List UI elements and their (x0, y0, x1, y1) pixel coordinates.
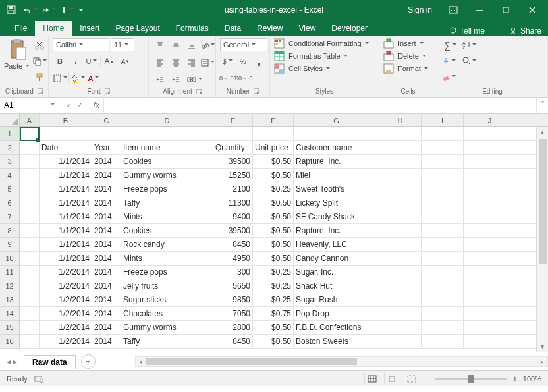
cell[interactable]: 1/2/2014 (40, 307, 92, 320)
cell[interactable] (20, 293, 40, 306)
sheet-nav-next-icon[interactable]: ▸ (13, 357, 17, 366)
cell[interactable]: 39500 (213, 155, 253, 168)
wrap-text-icon[interactable] (200, 55, 215, 70)
cell[interactable] (422, 293, 464, 306)
percent-format-icon[interactable]: % (236, 54, 250, 69)
cell[interactable]: 1/2/2014 (40, 335, 92, 348)
cell[interactable]: 8450 (213, 335, 253, 348)
redo-icon[interactable] (40, 1, 57, 18)
dialog-launcher-icon[interactable] (38, 88, 43, 94)
cell[interactable]: F.B.D. Confections (294, 321, 379, 334)
cell[interactable]: 300 (213, 266, 253, 279)
macro-record-icon[interactable] (34, 375, 43, 383)
expand-formula-bar-icon[interactable]: ˅ (536, 98, 548, 113)
fx-icon[interactable]: fx (90, 98, 103, 113)
format-as-table-button[interactable]: Format as Table (274, 51, 348, 61)
clear-icon[interactable] (441, 70, 456, 84)
number-format-select[interactable]: General (220, 38, 267, 51)
cell[interactable]: Gummy worms (121, 169, 213, 182)
cell[interactable] (20, 127, 40, 140)
cell[interactable]: 1/2/2014 (40, 293, 92, 306)
cell[interactable] (464, 252, 516, 265)
cell[interactable]: Freeze pops (121, 182, 213, 196)
cell[interactable]: $0.50 (253, 224, 294, 237)
cell[interactable]: 2800 (213, 321, 253, 334)
cell[interactable] (20, 196, 40, 210)
cell[interactable] (213, 127, 253, 140)
view-page-break-icon[interactable] (404, 373, 418, 385)
cell[interactable]: Cookies (121, 224, 213, 237)
cell[interactable]: $0.50 (253, 155, 294, 168)
conditional-formatting-button[interactable]: Conditional Formatting (274, 38, 369, 49)
row-header[interactable]: 14 (0, 307, 19, 321)
zoom-level[interactable]: 100% (523, 375, 541, 383)
font-name-select[interactable]: Calibri (53, 38, 109, 51)
maximize-icon[interactable] (493, 0, 519, 20)
cell[interactable]: $0.50 (253, 210, 294, 223)
tab-insert[interactable]: Insert (72, 21, 107, 36)
row-header[interactable]: 4 (0, 169, 19, 182)
cell[interactable]: 2014 (92, 169, 121, 182)
row-header[interactable]: 13 (0, 293, 19, 307)
column-header-E[interactable]: E (213, 114, 253, 126)
cell-styles-button[interactable]: Cell Styles (274, 63, 330, 74)
cell[interactable] (464, 266, 516, 279)
cell[interactable]: 2014 (92, 224, 121, 237)
row-header[interactable]: 8 (0, 224, 19, 238)
tell-me[interactable]: Tell me (449, 26, 485, 36)
cell[interactable]: 1/1/2014 (40, 252, 92, 265)
decrease-indent-icon[interactable] (153, 72, 167, 87)
ribbon-display-icon[interactable] (440, 0, 466, 20)
column-header-F[interactable]: F (253, 114, 294, 126)
tab-file[interactable]: File (7, 21, 35, 36)
align-bottom-icon[interactable] (184, 38, 199, 53)
cell[interactable]: Mints (121, 252, 213, 265)
cell[interactable]: Quantity (213, 141, 253, 154)
cell[interactable]: Sugar sticks (121, 293, 213, 306)
scroll-thumb[interactable] (146, 358, 357, 365)
cell[interactable]: 2014 (92, 279, 121, 293)
cell[interactable]: Sugar Rush (294, 293, 379, 306)
cell[interactable] (294, 127, 379, 140)
cell[interactable]: Rapture, Inc. (294, 155, 379, 168)
cell[interactable]: 7050 (213, 307, 253, 320)
cell[interactable]: Mints (121, 210, 213, 223)
row-header[interactable]: 3 (0, 155, 19, 169)
row-header[interactable]: 5 (0, 182, 19, 196)
cell[interactable] (379, 335, 422, 348)
cell[interactable] (422, 238, 464, 251)
cell[interactable] (464, 155, 516, 168)
cell[interactable] (422, 196, 464, 210)
qat-customize-icon[interactable] (76, 1, 86, 18)
select-all[interactable] (0, 114, 20, 126)
cell[interactable]: Pop Drop (294, 307, 379, 320)
cell[interactable]: $0.25 (253, 279, 294, 293)
align-right-icon[interactable] (184, 55, 199, 70)
cell[interactable] (464, 335, 516, 348)
paste-button[interactable] (7, 38, 27, 61)
cell[interactable] (464, 224, 516, 237)
cell[interactable]: 15250 (213, 169, 253, 182)
cell[interactable]: 9850 (213, 293, 253, 306)
cell[interactable]: Sugar, Inc. (294, 266, 379, 279)
increase-indent-icon[interactable] (169, 72, 183, 87)
cell[interactable]: Sweet Tooth's (294, 182, 379, 196)
orientation-icon[interactable]: ab (200, 38, 215, 53)
close-icon[interactable] (519, 0, 545, 20)
save-icon[interactable] (3, 1, 20, 18)
cell[interactable]: 1/1/2014 (40, 224, 92, 237)
cell[interactable] (422, 224, 464, 237)
cell[interactable]: $0.25 (253, 293, 294, 306)
cell[interactable] (20, 224, 40, 237)
font-size-select[interactable]: 11 (111, 38, 134, 51)
decrease-font-icon[interactable]: A▼ (118, 54, 132, 69)
share-button[interactable]: Share (508, 26, 541, 36)
cell[interactable] (379, 266, 422, 279)
cell[interactable] (20, 321, 40, 334)
cell[interactable] (464, 127, 516, 140)
format-cells-button[interactable]: Format (383, 63, 428, 74)
cell[interactable]: Chocolates (121, 307, 213, 320)
cell[interactable] (422, 252, 464, 265)
cell[interactable] (464, 321, 516, 334)
row-header[interactable]: 2 (0, 141, 19, 155)
